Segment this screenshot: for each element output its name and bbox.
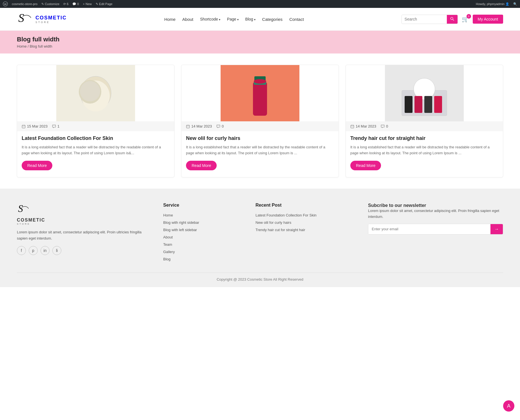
svg-rect-27: [414, 96, 422, 113]
service-link[interactable]: Blog with left sidebar: [163, 228, 197, 232]
blog-card-excerpt-1: It is a long established fact that a rea…: [22, 144, 170, 156]
facebook-icon[interactable]: f: [17, 246, 26, 255]
svg-rect-10: [22, 125, 25, 128]
blog-card-image-2: [181, 65, 339, 121]
recent-post-link[interactable]: Trendy hair cut for straight hair: [255, 228, 305, 232]
read-more-button-3[interactable]: Read More: [350, 161, 381, 170]
instagram-icon[interactable]: in: [41, 246, 50, 255]
admin-search-icon[interactable]: 🔍: [513, 2, 517, 6]
nav-page[interactable]: Page: [227, 17, 239, 21]
linkedin-icon[interactable]: li: [52, 246, 61, 255]
svg-line-4: [453, 19, 454, 21]
svg-rect-26: [405, 96, 413, 113]
search-button[interactable]: [447, 15, 458, 24]
read-more-button-1[interactable]: Read More: [22, 161, 52, 170]
logo-svg: S: [17, 11, 34, 28]
comment-icon: [381, 124, 385, 128]
recent-post-heading: Recent Post: [255, 203, 357, 208]
newsletter-submit-button[interactable]: →: [490, 224, 503, 234]
breadcrumb-home[interactable]: Home: [17, 44, 27, 48]
blog-card-date-3: 14 Mar 2023: [350, 124, 376, 128]
breadcrumb-current: Blog full width: [30, 44, 52, 48]
footer-bottom: Copyright @ 2023 Cosmetic Store All Righ…: [17, 272, 503, 282]
my-account-button[interactable]: My Account: [473, 15, 503, 24]
nav-blog[interactable]: Blog: [245, 17, 255, 21]
cart-icon[interactable]: 🛒 0: [462, 16, 469, 23]
nav-categories[interactable]: Categories: [262, 17, 283, 22]
admin-comments[interactable]: 💬 0: [72, 2, 79, 6]
comment-icon: [52, 124, 56, 128]
admin-customize[interactable]: ✎ Customize: [41, 2, 59, 6]
site-header: S COSMETIC STORE Home About Shortcode Pa…: [0, 8, 520, 31]
service-link[interactable]: Team: [163, 242, 172, 247]
main-nav: Home About Shortcode Page Blog Categorie…: [164, 17, 304, 22]
svg-point-9: [80, 81, 100, 101]
blog-card-body-1: Latest Foundation Collection For Skin It…: [17, 131, 174, 177]
pinterest-icon[interactable]: p: [29, 246, 38, 255]
blog-card-image-3: [346, 65, 503, 121]
logo-title: COSMETIC: [35, 15, 67, 21]
svg-text:S: S: [18, 203, 23, 214]
blog-card-date-1: 15 Mar 2023: [22, 124, 48, 128]
blog-card-body-3: Trendy hair cut for straight hair It is …: [346, 131, 503, 177]
blog-card-excerpt-2: It is a long established fact that a rea…: [186, 144, 334, 156]
svg-rect-30: [351, 125, 354, 128]
service-link[interactable]: Gallery: [163, 250, 175, 254]
service-link[interactable]: About: [163, 235, 173, 239]
calendar-icon: [350, 124, 354, 128]
admin-updates[interactable]: ⟳ 6: [63, 2, 68, 6]
admin-wp-icon[interactable]: W: [3, 1, 8, 6]
search-input[interactable]: [402, 15, 447, 23]
main-content: 15 Mar 2023 1 Latest Foundation Collecti…: [0, 53, 520, 189]
social-icons: f p in li: [17, 246, 152, 255]
blog-card-title-1: Latest Foundation Collection For Skin: [22, 135, 170, 142]
site-logo[interactable]: S COSMETIC STORE: [17, 11, 67, 28]
svg-rect-28: [424, 96, 432, 113]
page-title: Blog full width: [17, 36, 503, 43]
recent-post-list: Latest Foundation Collection For SkinNew…: [255, 213, 357, 232]
admin-user[interactable]: Howdy, phpmyadmin 👤: [476, 2, 509, 6]
blog-card-body-2: New olil for curly hairs It is a long es…: [181, 131, 339, 177]
footer-grid: S COSMETIC STORE Lorem ipsum dolor sit a…: [17, 203, 503, 272]
admin-bar: W cosmetic-store-pro ✎ Customize ⟳ 6 💬 0…: [0, 0, 520, 8]
nav-contact[interactable]: Contact: [289, 17, 304, 22]
blog-card-excerpt-3: It is a long established fact that a rea…: [350, 144, 498, 156]
header-actions: 🛒 0 My Account: [402, 15, 503, 24]
recent-post-link[interactable]: New olil for curly hairs: [255, 220, 291, 225]
nav-shortcode[interactable]: Shortcode: [200, 17, 220, 21]
logo-subtitle: STORE: [35, 21, 67, 24]
newsletter-email-input[interactable]: [368, 224, 490, 234]
svg-text:W: W: [4, 3, 7, 6]
service-link[interactable]: Blog: [163, 257, 171, 261]
copyright-text: Copyright @ 2023 Cosmetic Store All Righ…: [217, 277, 303, 282]
blog-card-comments-2: 0: [216, 124, 224, 128]
service-list: HomeBlog with right sidebarBlog with lef…: [163, 213, 244, 261]
calendar-icon: [22, 124, 26, 128]
blog-card-comments-1: 1: [52, 124, 59, 128]
newsletter-form: →: [368, 224, 503, 234]
admin-edit-page[interactable]: ✎ Edit Page: [96, 2, 113, 6]
footer-recent-post: Recent Post Latest Foundation Collection…: [255, 203, 357, 264]
newsletter-description: Lorem ipsum dolor sit amet, consectetur …: [368, 208, 503, 220]
service-heading: Service: [163, 203, 244, 208]
svg-text:S: S: [18, 12, 24, 24]
admin-new[interactable]: + New: [83, 2, 92, 6]
blog-card-meta-1: 15 Mar 2023 1: [17, 121, 174, 131]
recent-post-link[interactable]: Latest Foundation Collection For Skin: [255, 213, 317, 217]
footer-description: Lorem ipsum dolor sit amet, consectetur …: [17, 229, 152, 242]
blog-card-comments-3: 0: [381, 124, 388, 128]
read-more-button-2[interactable]: Read More: [186, 161, 217, 170]
svg-rect-15: [253, 82, 267, 116]
footer-newsletter: Subcribe to our newsletter Lorem ipsum d…: [368, 203, 503, 264]
blog-card-title-3: Trendy hair cut for straight hair: [350, 135, 498, 142]
footer-logo: S COSMETIC STORE: [17, 203, 152, 225]
admin-site-link[interactable]: cosmetic-store-pro: [12, 2, 37, 6]
service-link[interactable]: Blog with right sidebar: [163, 220, 199, 225]
blog-card-date-2: 14 Mar 2023: [186, 124, 212, 128]
footer-logo-title: COSMETIC: [17, 218, 152, 223]
nav-home[interactable]: Home: [164, 17, 176, 22]
service-link[interactable]: Home: [163, 213, 173, 217]
nav-about[interactable]: About: [182, 17, 193, 22]
newsletter-heading: Subcribe to our newsletter: [368, 203, 503, 208]
cart-badge: 0: [467, 14, 471, 19]
